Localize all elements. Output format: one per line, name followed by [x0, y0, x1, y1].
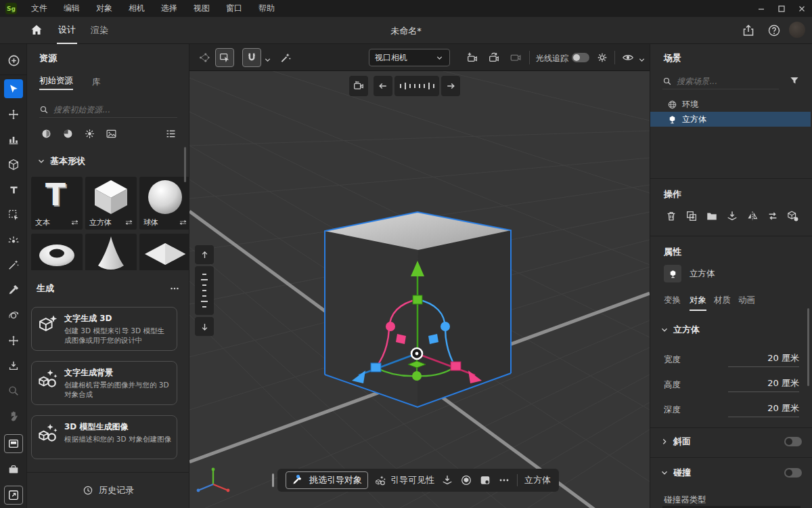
section-bevel[interactable]: 斜面	[660, 436, 802, 448]
magic-wand-tool[interactable]	[4, 255, 23, 274]
pick-guide-object-button[interactable]: 挑选引导对象	[286, 471, 368, 489]
assets-search-input[interactable]	[53, 105, 155, 114]
camera-bookmark-button[interactable]	[349, 76, 368, 96]
menu-select[interactable]: 选择	[153, 0, 185, 17]
select-tool[interactable]	[4, 79, 23, 98]
node-graph-icon[interactable]	[195, 48, 214, 67]
shape-cone[interactable]	[85, 234, 137, 270]
help-button[interactable]	[767, 23, 781, 37]
shape-variant-icon[interactable]	[70, 218, 79, 227]
frame-selection-toggle[interactable]	[215, 48, 234, 67]
zoom-tool[interactable]	[4, 381, 23, 400]
section-basic-shapes[interactable]: 基本形状	[37, 155, 85, 167]
hand-tool[interactable]	[4, 406, 23, 425]
dolly-down-button[interactable]	[195, 317, 214, 336]
minimize-button[interactable]	[751, 0, 771, 17]
eyedropper-tool[interactable]	[4, 280, 23, 299]
text-tool[interactable]	[4, 180, 23, 199]
shape-text[interactable]: TT 文本	[31, 177, 83, 230]
gizmo-rotate-handle-bottom[interactable]	[412, 371, 422, 381]
duplicate-icon[interactable]	[685, 210, 698, 222]
image-card-icon[interactable]	[479, 474, 491, 486]
tab-design[interactable]: 设计	[57, 17, 77, 44]
snap-toggle[interactable]	[242, 48, 261, 67]
environment-cube-icon[interactable]	[460, 474, 472, 486]
property-object-chip[interactable]: 立方体	[664, 265, 715, 282]
generate-more-icon[interactable]	[169, 283, 180, 294]
prev-camera-button[interactable]	[374, 76, 392, 96]
home-button[interactable]	[30, 22, 43, 37]
replace-icon[interactable]	[767, 210, 779, 222]
menu-camera[interactable]: 相机	[120, 0, 153, 17]
primitive-tool[interactable]	[4, 155, 23, 174]
height-field[interactable]: 20 厘米	[728, 377, 799, 392]
gizmo-z-scale-handle[interactable]	[451, 362, 461, 371]
view-options-eye-icon[interactable]	[618, 48, 637, 67]
maximize-button[interactable]	[771, 0, 792, 17]
pan-camera-tool[interactable]	[4, 331, 23, 350]
add-asset-button[interactable]	[4, 51, 23, 70]
card-3d-to-image[interactable]: 3D 模型生成图像 根据描述和您的 3D 对象创建图像	[31, 415, 177, 459]
gizmo-rotate-handle-left[interactable]	[386, 322, 395, 331]
scene-item-environment[interactable]: 环境	[650, 97, 811, 112]
shape-cube[interactable]: 立方体	[85, 177, 137, 230]
close-button[interactable]	[792, 0, 812, 17]
tab-starter-assets[interactable]: 初始资源	[39, 74, 73, 90]
tab-library[interactable]: 库	[92, 74, 101, 90]
scale-tool[interactable]	[4, 130, 23, 149]
menu-view[interactable]: 视图	[185, 0, 218, 17]
shape-torus[interactable]	[31, 234, 83, 270]
add-camera-button[interactable]	[463, 48, 482, 67]
group-folder-icon[interactable]	[706, 210, 718, 222]
tab-object[interactable]: 对象	[690, 295, 706, 311]
paint-object-icon[interactable]	[787, 210, 799, 222]
view-options-chevron[interactable]	[637, 53, 646, 66]
switch-camera-button[interactable]	[484, 48, 503, 67]
dolly-up-button[interactable]	[195, 245, 214, 264]
menu-help[interactable]: 帮助	[250, 0, 283, 17]
light-tool[interactable]	[4, 230, 23, 249]
tab-material[interactable]: 材质	[714, 295, 731, 310]
raytracing-toggle[interactable]	[572, 53, 589, 62]
filter-lights-icon[interactable]	[84, 128, 95, 140]
camera-settings-button[interactable]	[506, 48, 525, 67]
viewport-camera-select[interactable]: 视口相机	[369, 49, 450, 66]
snap-options-chevron[interactable]	[263, 53, 272, 66]
emitter-tool-icon[interactable]	[276, 48, 295, 67]
history-button[interactable]: 历史记录	[27, 484, 189, 496]
properties-scrollbar[interactable]	[807, 308, 809, 386]
render-preview-button[interactable]	[4, 434, 23, 453]
section-cube[interactable]: 立方体	[660, 324, 700, 336]
drop-to-ground-icon[interactable]	[441, 474, 453, 486]
width-field[interactable]: 20 厘米	[728, 352, 799, 367]
assets-scrollbar[interactable]	[184, 147, 186, 182]
mirror-icon[interactable]	[746, 210, 759, 222]
next-camera-button[interactable]	[441, 76, 460, 96]
drop-to-ground-icon[interactable]	[726, 210, 738, 222]
avatar[interactable]	[789, 22, 805, 38]
menu-edit[interactable]: 编辑	[55, 0, 88, 17]
export-button[interactable]	[4, 486, 23, 505]
scene-item-cube[interactable]: 立方体	[650, 112, 811, 127]
camera-dolly-ruler[interactable]	[394, 76, 439, 96]
shape-variant-icon[interactable]	[125, 218, 133, 227]
depth-field[interactable]: 20 厘米	[728, 402, 799, 417]
menu-file[interactable]: 文件	[23, 0, 55, 17]
more-options-icon[interactable]	[498, 474, 510, 486]
shape-sphere[interactable]: 球体	[139, 177, 191, 230]
section-collision[interactable]: 碰撞	[660, 467, 802, 479]
gizmo-x-scale-handle[interactable]	[371, 363, 381, 372]
filter-images-icon[interactable]	[106, 128, 117, 140]
delete-icon[interactable]	[665, 210, 677, 222]
filter-materials-icon[interactable]	[62, 128, 74, 140]
gizmo-y-scale-handle[interactable]	[413, 295, 422, 304]
filter-models-icon[interactable]	[41, 128, 52, 140]
denoise-settings-icon[interactable]	[593, 48, 612, 67]
marquee-select-tool[interactable]	[4, 205, 23, 224]
viewport-canvas[interactable]	[189, 71, 650, 508]
dolly-camera-tool[interactable]	[4, 356, 23, 375]
viewport[interactable]: 视口相机 光线追踪 挑选引导对象 引导可见性	[189, 44, 650, 508]
shape-plane[interactable]	[139, 234, 189, 270]
shape-variant-icon[interactable]	[179, 218, 187, 227]
menu-object[interactable]: 对象	[88, 0, 120, 17]
